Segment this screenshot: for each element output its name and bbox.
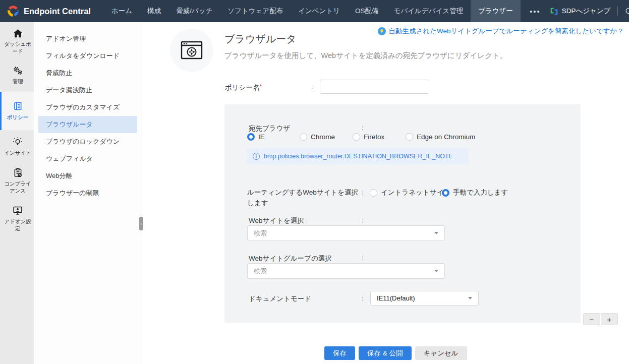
main-content: 自動生成されたWebサイトグループでルーティングを簡素化したいですか？ ブラウザ…: [142, 22, 629, 364]
compliance-clipboard-icon: [13, 167, 23, 178]
select-website-group-placeholder: 検索: [254, 267, 434, 276]
sidebar-item-label: インサイト: [4, 150, 31, 157]
row-stepper: − +: [583, 313, 618, 325]
radio-button: [353, 133, 360, 141]
sidebar-item-addon-management[interactable]: アドオン管理: [38, 30, 137, 47]
save-button[interactable]: 保存: [324, 346, 355, 360]
sidebar-item-label: ポリシー: [7, 114, 29, 121]
sidebar-item-policies[interactable]: ポリシー: [0, 92, 34, 130]
cancel-button[interactable]: キャンセル: [415, 346, 467, 360]
radio-button: [406, 133, 413, 141]
sidebar-item-browser-restriction[interactable]: ブラウザーの制限: [38, 185, 137, 202]
help-link-label: 自動生成されたWebサイトグループでルーティングを簡素化したいですか？: [389, 27, 624, 36]
page-subtitle: ブラウザルータを使用して、Webサイトを定義済みの宛先ブラウザにリダイレクト。: [224, 51, 507, 60]
select-website-group-dropdown[interactable]: 検索: [247, 263, 445, 279]
sdp-jump-label: SDPへジャンプ: [562, 7, 611, 16]
sdp-jump-link[interactable]: SDPへジャンプ: [550, 7, 611, 16]
policy-sidebar: アドオン管理 フィルタをダウンロード 脅威防止 データ漏洩防止 ブラウザのカスタ…: [34, 22, 142, 364]
sidebar-collapse-handle[interactable]: ‹: [139, 217, 143, 230]
nav-item-os-deployment[interactable]: OS配備: [348, 0, 386, 22]
home-icon: [13, 29, 23, 38]
radio-destination-chrome[interactable]: Chrome: [300, 133, 335, 141]
navbar-right-tools: SDPへジャンプ: [550, 5, 629, 18]
nav-item-browser[interactable]: ブラウザー: [471, 0, 521, 22]
brand-title: Endpoint Central: [24, 7, 91, 16]
sidebar-item-data-leakage-prevention[interactable]: データ漏洩防止: [38, 82, 137, 99]
nav-item-software-deployment[interactable]: ソフトウェア配布: [220, 0, 291, 22]
policy-name-label: ポリシー名*: [225, 83, 262, 92]
destination-browser-label: 宛先ブラウザ: [249, 124, 290, 133]
select-website-dropdown[interactable]: 検索: [247, 225, 445, 241]
sidebar-item-web-filter[interactable]: ウェブフィルタ: [38, 150, 137, 167]
sidebar-item-compliance[interactable]: コンプライアンス: [0, 163, 34, 199]
nav-item-configurations[interactable]: 構成: [140, 0, 168, 22]
ie-note-text: bmp.policies.browser_router.DESTINATION_…: [264, 153, 453, 160]
chevron-down-icon: [468, 297, 472, 299]
radio-intranet-sites[interactable]: イントラネットサイト: [370, 188, 450, 197]
sidebar-item-admin[interactable]: 管理: [0, 61, 34, 90]
radio-button: [370, 189, 377, 197]
radio-destination-firefox[interactable]: Firefox: [353, 133, 384, 141]
sidebar-item-browser-router[interactable]: ブラウザルータ: [38, 116, 137, 133]
gears-icon: [12, 66, 23, 76]
browser-router-icon: [180, 40, 203, 61]
radio-button-checked: [247, 133, 255, 141]
ie-note-banner: i bmp.policies.browser_router.DESTINATIO…: [247, 148, 469, 164]
select-website-colon: :: [362, 216, 364, 224]
select-website-group-label: Webサイトグループの選択: [249, 254, 332, 263]
route-websites-label: ルーティングするWebサイトを選択します: [247, 188, 364, 209]
addon-settings-icon: [12, 205, 23, 216]
nav-item-threats-patches[interactable]: 脅威/パッチ: [168, 0, 220, 22]
chevron-down-icon: [434, 270, 438, 272]
form-actions: 保存 保存 & 公開 キャンセル: [324, 346, 467, 360]
navbar-divider: [617, 7, 618, 16]
select-website-label: Webサイトを選択: [249, 216, 304, 225]
policy-name-input[interactable]: [320, 80, 429, 94]
icon-sidebar: ダッシュボード 管理 ポリシー: [0, 22, 34, 364]
sidebar-item-browser-lockdown[interactable]: ブラウザのロックダウン: [38, 133, 137, 150]
nav-more-menu[interactable]: •••: [521, 0, 550, 22]
sidebar-item-threat-prevention[interactable]: 脅威防止: [38, 65, 137, 82]
sidebar-item-label: ダッシュボード: [2, 41, 33, 54]
nav-item-home[interactable]: ホーム: [104, 0, 140, 22]
idea-bulb-icon: [378, 27, 386, 35]
document-mode-value: IE11(Default): [377, 294, 468, 302]
auto-website-group-help-link[interactable]: 自動生成されたWebサイトグループでルーティングを簡素化したいですか？: [378, 27, 624, 36]
endpoint-central-logo-icon: [7, 5, 19, 17]
destination-browser-colon: :: [362, 124, 364, 132]
select-website-placeholder: 検索: [254, 229, 434, 238]
chevron-down-icon: [434, 232, 438, 234]
nav-item-inventory[interactable]: インベントリ: [291, 0, 348, 22]
document-mode-label: ドキュメントモード: [249, 294, 311, 304]
remove-row-button[interactable]: −: [583, 313, 600, 325]
search-icon[interactable]: [624, 7, 629, 16]
nav-menu: ホーム 構成 脅威/パッチ ソフトウェア配布 インベントリ OS配備 モバイルデ…: [104, 0, 550, 22]
sidebar-item-download-filters[interactable]: フィルタをダウンロード: [38, 47, 137, 65]
add-row-button[interactable]: +: [601, 313, 618, 325]
info-icon: i: [253, 153, 260, 160]
sdp-icon: [550, 7, 558, 16]
nav-item-mdm[interactable]: モバイルデバイス管理: [386, 0, 471, 22]
policy-scroll-icon: [13, 101, 23, 111]
document-mode-colon: :: [362, 294, 364, 302]
sidebar-item-addon-settings[interactable]: アドオン設定: [0, 201, 34, 236]
page-icon-badge: [170, 29, 213, 72]
insight-bulb-icon: [12, 137, 23, 147]
radio-destination-edge[interactable]: Edge on Chromium: [406, 133, 475, 141]
sidebar-item-web-isolation[interactable]: Web分離: [38, 167, 137, 185]
radio-button: [300, 133, 307, 141]
sidebar-item-dashboard[interactable]: ダッシュボード: [0, 24, 34, 59]
top-navbar: Endpoint Central ホーム 構成 脅威/パッチ ソフトウェア配布 …: [0, 0, 629, 22]
radio-destination-ie[interactable]: IE: [247, 133, 265, 141]
required-asterisk: *: [259, 83, 262, 90]
page-title: ブラウザルータ: [224, 32, 297, 46]
save-and-publish-button[interactable]: 保存 & 公開: [359, 346, 412, 360]
select-website-group-colon: :: [362, 254, 364, 262]
radio-manual-entry[interactable]: 手動で入力します: [442, 188, 508, 197]
router-settings-panel: 宛先ブラウザ : IE Chrome Firefox Edge on Chrom…: [224, 104, 581, 323]
radio-button-checked: [442, 189, 449, 197]
sidebar-item-label: 管理: [13, 78, 23, 85]
sidebar-item-insights[interactable]: インサイト: [0, 132, 34, 161]
sidebar-item-browser-customization[interactable]: ブラウザのカスタマイズ: [38, 99, 137, 116]
document-mode-dropdown[interactable]: IE11(Default): [370, 291, 479, 306]
